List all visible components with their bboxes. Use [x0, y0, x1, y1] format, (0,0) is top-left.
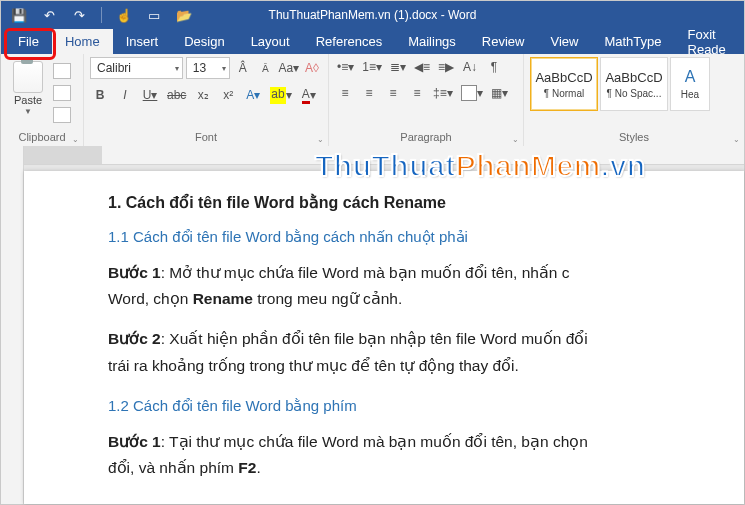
align-right-icon[interactable]: ≡	[383, 83, 403, 103]
group-label-styles: Styles	[530, 129, 738, 146]
doc-text: đổi, và nhấn phím	[108, 459, 238, 476]
style-sample: A	[685, 68, 696, 86]
group-paragraph: •≡▾ 1≡▾ ≣▾ ◀≡ ≡▶ A↓ ¶ ≡ ≡ ≡ ≡ ‡≡▾ ▾ ▦▾	[329, 54, 524, 146]
underline-button[interactable]: U▾	[140, 85, 160, 105]
decrease-indent-icon[interactable]: ◀≡	[412, 57, 432, 77]
group-label-font: Font	[90, 129, 322, 146]
show-marks-icon[interactable]: ¶	[484, 57, 504, 77]
group-label-clipboard: Clipboard	[7, 129, 77, 146]
document-body[interactable]: 1. Cách đổi tên file Word bằng cách Rena…	[108, 189, 744, 481]
touch-mode-icon[interactable]: ☝	[116, 7, 132, 23]
doc-text: Word, chọn	[108, 290, 193, 307]
undo-icon[interactable]: ↶	[41, 7, 57, 23]
ribbon: Paste ▼ Clipboard Calibri 13 Â Ǎ	[1, 54, 744, 147]
doc-heading-1[interactable]: 1. Cách đổi tên file Word bằng cách Rena…	[108, 189, 744, 216]
grow-font-icon[interactable]: Â	[233, 58, 253, 78]
quick-access-toolbar: 💾 ↶ ↷ ☝ ▭ 📂	[1, 7, 198, 23]
tab-design[interactable]: Design	[171, 29, 237, 54]
doc-text: : Tại thư mục chứa file Word mà bạn muốn…	[161, 433, 588, 450]
open-icon[interactable]: 📂	[176, 7, 192, 23]
tab-foxit[interactable]: Foxit Reade	[675, 29, 744, 54]
doc-text: : Mở thư mục chứa file Word mà bạn muốn …	[161, 264, 570, 281]
line-spacing-icon[interactable]: ‡≡▾	[431, 83, 455, 103]
redo-icon[interactable]: ↷	[71, 7, 87, 23]
multilevel-icon[interactable]: ≣▾	[388, 57, 408, 77]
bullets-icon[interactable]: •≡▾	[335, 57, 356, 77]
change-case-icon[interactable]: Aa▾	[279, 58, 299, 78]
tab-insert[interactable]: Insert	[113, 29, 172, 54]
bold-button[interactable]: B	[90, 85, 110, 105]
group-styles: AaBbCcD ¶ Normal AaBbCcD ¶ No Spac... A …	[524, 54, 744, 146]
clipboard-small-buttons	[53, 59, 71, 123]
tab-home[interactable]: Home	[52, 29, 113, 54]
doc-subheading-12[interactable]: 1.2 Cách đổi tên file Word bằng phím	[108, 393, 744, 419]
horizontal-ruler[interactable]	[24, 146, 744, 165]
vertical-ruler[interactable]	[1, 146, 24, 504]
numbering-icon[interactable]: 1≡▾	[360, 57, 384, 77]
font-color-icon[interactable]: A▾	[299, 85, 319, 105]
strike-button[interactable]: abc	[165, 85, 188, 105]
style-no-spacing[interactable]: AaBbCcD ¶ No Spac...	[600, 57, 668, 111]
doc-paragraph[interactable]: Bước 1: Tại thư mục chứa file Word mà bạ…	[108, 429, 744, 482]
subscript-button[interactable]: x₂	[193, 85, 213, 105]
group-label-paragraph: Paragraph	[335, 129, 517, 146]
tab-layout[interactable]: Layout	[238, 29, 303, 54]
copy-icon[interactable]	[53, 85, 71, 101]
doc-text: : Xuất hiện phần đổi tên file bạn nhập t…	[161, 330, 588, 347]
workspace: 1. Cách đổi tên file Word bằng cách Rena…	[1, 146, 744, 504]
word-window: 💾 ↶ ↷ ☝ ▭ 📂 ThuThuatPhanMem.vn (1).docx …	[0, 0, 745, 505]
doc-step-label: Bước 2	[108, 330, 161, 347]
tab-view[interactable]: View	[537, 29, 591, 54]
tab-file[interactable]: File	[5, 29, 52, 54]
increase-indent-icon[interactable]: ≡▶	[436, 57, 456, 77]
align-center-icon[interactable]: ≡	[359, 83, 379, 103]
group-clipboard: Paste ▼ Clipboard	[1, 54, 84, 146]
style-normal[interactable]: AaBbCcD ¶ Normal	[530, 57, 598, 111]
title-bar: 💾 ↶ ↷ ☝ ▭ 📂 ThuThuatPhanMem.vn (1).docx …	[1, 1, 744, 29]
doc-paragraph[interactable]: Bước 1: Mở thư mục chứa file Word mà bạn…	[108, 260, 744, 313]
doc-bold: F2	[238, 459, 256, 476]
sort-icon[interactable]: A↓	[460, 57, 480, 77]
doc-text: trong meu ngữ cảnh.	[253, 290, 402, 307]
shading-icon[interactable]: ▾	[459, 83, 485, 103]
doc-paragraph[interactable]: Bước 2: Xuất hiện phần đổi tên file bạn …	[108, 326, 744, 379]
group-font: Calibri 13 Â Ǎ Aa▾ A◊ B I U▾ abc x₂ x²…	[84, 54, 329, 146]
doc-text: trái ra khoảng trống trong thư mục để tê…	[108, 357, 519, 374]
shrink-font-icon[interactable]: Ǎ	[256, 58, 276, 78]
font-size-combo[interactable]: 13	[186, 57, 230, 79]
paste-button[interactable]: Paste ▼	[7, 59, 49, 116]
paste-icon	[13, 61, 43, 93]
doc-subheading-11[interactable]: 1.1 Cách đổi tên file Word bằng cách nhấ…	[108, 224, 744, 250]
italic-button[interactable]: I	[115, 85, 135, 105]
font-name-combo[interactable]: Calibri	[90, 57, 183, 79]
ribbon-tabs: File Home Insert Design Layout Reference…	[1, 29, 744, 54]
clear-format-icon[interactable]: A◊	[302, 58, 322, 78]
tab-mathtype[interactable]: MathType	[591, 29, 674, 54]
tab-review[interactable]: Review	[469, 29, 538, 54]
save-icon[interactable]: 💾	[11, 7, 27, 23]
style-name: ¶ Normal	[533, 88, 595, 99]
format-painter-icon[interactable]	[53, 107, 71, 123]
tab-mailings[interactable]: Mailings	[395, 29, 469, 54]
qat-separator	[101, 7, 102, 23]
tab-references[interactable]: References	[303, 29, 395, 54]
doc-step-label: Bước 1	[108, 264, 161, 281]
new-doc-icon[interactable]: ▭	[146, 7, 162, 23]
doc-bold: Rename	[193, 290, 253, 307]
paste-label: Paste	[14, 94, 42, 106]
style-sample: AaBbCcD	[605, 70, 662, 85]
justify-icon[interactable]: ≡	[407, 83, 427, 103]
cut-icon[interactable]	[53, 63, 71, 79]
style-name: Hea	[673, 89, 707, 100]
style-heading[interactable]: A Hea	[670, 57, 710, 111]
doc-step-label: Bước 1	[108, 433, 161, 450]
document-page[interactable]: 1. Cách đổi tên file Word bằng cách Rena…	[24, 171, 744, 504]
borders-icon[interactable]: ▦▾	[489, 83, 510, 103]
highlight-color-icon[interactable]: ab▾	[268, 85, 293, 105]
style-name: ¶ No Spac...	[603, 88, 665, 99]
text-effects-icon[interactable]: A▾	[243, 85, 263, 105]
style-sample: AaBbCcD	[535, 70, 592, 85]
superscript-button[interactable]: x²	[218, 85, 238, 105]
align-left-icon[interactable]: ≡	[335, 83, 355, 103]
doc-text: .	[256, 459, 260, 476]
